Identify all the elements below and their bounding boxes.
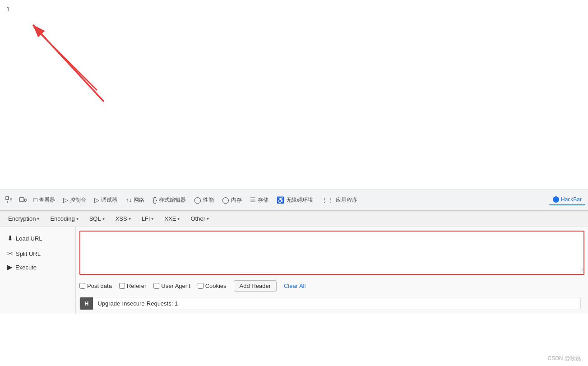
devtools-toolbar: □ 查看器 ▷ 控制台 ▷ 调试器 ↑↓ 网络 {} 样式编辑器 ◯ 性能 ◯ … <box>0 190 588 210</box>
header-badge: H <box>80 297 93 310</box>
user-agent-checkbox[interactable]: User Agent <box>153 283 190 289</box>
sql-arrow-icon: ▾ <box>102 216 105 221</box>
tab-apps[interactable]: ⋮⋮ 应用程序 <box>318 195 361 206</box>
referer-checkbox[interactable]: Referer <box>119 283 146 289</box>
svg-rect-8 <box>24 199 26 201</box>
tab-hackbar[interactable]: HackBar <box>549 195 585 205</box>
responsive-icon[interactable] <box>16 194 29 206</box>
tab-performance[interactable]: ◯ 性能 <box>190 195 218 206</box>
clear-all-link[interactable]: Clear All <box>284 283 306 289</box>
inspector-icon: □ <box>33 196 37 204</box>
menu-encryption[interactable]: Encryption ▾ <box>4 213 44 224</box>
tab-memory[interactable]: ◯ 内存 <box>218 195 245 206</box>
options-row: Post data Referer User Agent Cookies Add… <box>79 278 584 293</box>
hackbar-sidebar: ⬇ Load URL ✂ Split URL ▶ Execute <box>0 227 76 314</box>
red-arrow-annotation <box>20 14 111 104</box>
execute-button[interactable]: ▶ Execute <box>3 261 73 275</box>
hackbar-main-area: ⬇ Load URL ✂ Split URL ▶ Execute P <box>0 227 588 314</box>
network-icon: ↑↓ <box>125 196 132 204</box>
tab-storage[interactable]: ☰ 存储 <box>246 195 272 206</box>
tab-accessibility[interactable]: ♿ 无障碍环境 <box>273 195 317 206</box>
menu-lfi[interactable]: LFI ▾ <box>137 213 158 224</box>
xxe-arrow-icon: ▾ <box>177 216 180 221</box>
load-url-button[interactable]: ⬇ Load URL <box>3 231 73 246</box>
menu-xss[interactable]: XSS ▾ <box>111 213 135 224</box>
encoding-arrow-icon: ▾ <box>76 216 79 221</box>
svg-line-2 <box>33 25 104 102</box>
hackbar-menu-bar: Encryption ▾ Encoding ▾ SQL ▾ XSS ▾ LFI … <box>0 211 588 227</box>
tab-style-editor[interactable]: {} 样式编辑器 <box>149 195 189 206</box>
load-url-icon: ⬇ <box>7 234 13 242</box>
hackbar-dot-icon <box>553 196 559 203</box>
url-textarea[interactable] <box>80 232 583 272</box>
tab-console[interactable]: ▷ 控制台 <box>60 195 90 206</box>
storage-icon: ☰ <box>250 196 256 204</box>
menu-sql[interactable]: SQL ▾ <box>85 213 109 224</box>
add-header-button[interactable]: Add Header <box>234 280 277 292</box>
post-data-checkbox[interactable]: Post data <box>79 283 112 289</box>
menu-xxe[interactable]: XXE ▾ <box>160 213 184 224</box>
hackbar-panel: Encryption ▾ Encoding ▾ SQL ▾ XSS ▾ LFI … <box>0 210 588 314</box>
header-row: H Upgrade-Insecure-Requests: 1 <box>79 297 581 310</box>
line-number: 1 <box>6 5 10 13</box>
menu-other[interactable]: Other ▾ <box>186 213 213 224</box>
xss-arrow-icon: ▾ <box>129 216 131 221</box>
style-editor-icon: {} <box>153 196 157 204</box>
svg-rect-3 <box>6 197 9 199</box>
menu-encoding[interactable]: Encoding ▾ <box>46 213 83 224</box>
memory-icon: ◯ <box>222 196 229 204</box>
url-input-wrapper <box>79 231 584 275</box>
svg-rect-7 <box>19 198 24 201</box>
console-icon: ▷ <box>63 196 68 204</box>
other-arrow-icon: ▾ <box>207 216 209 221</box>
encryption-arrow-icon: ▾ <box>37 216 39 221</box>
csdn-watermark: CSDN @秋说 <box>547 355 581 362</box>
execute-icon: ▶ <box>7 263 13 271</box>
accessibility-icon: ♿ <box>277 196 284 204</box>
lfi-arrow-icon: ▾ <box>151 216 153 221</box>
tab-inspector[interactable]: □ 查看器 <box>30 195 59 206</box>
performance-icon: ◯ <box>194 196 201 204</box>
split-url-icon: ✂ <box>7 250 13 258</box>
top-white-area: 1 <box>0 0 588 190</box>
split-url-button[interactable]: ✂ Split URL <box>3 246 73 261</box>
apps-icon: ⋮⋮ <box>321 196 334 204</box>
inspect-element-icon[interactable] <box>3 194 15 206</box>
tab-debugger[interactable]: ▷ 调试器 <box>91 195 121 206</box>
cookies-checkbox[interactable]: Cookies <box>198 283 227 289</box>
header-value: Upgrade-Insecure-Requests: 1 <box>93 297 580 310</box>
tab-network[interactable]: ↑↓ 网络 <box>122 195 148 206</box>
debugger-icon: ▷ <box>94 196 99 204</box>
hackbar-content-area: Post data Referer User Agent Cookies Add… <box>76 227 588 314</box>
